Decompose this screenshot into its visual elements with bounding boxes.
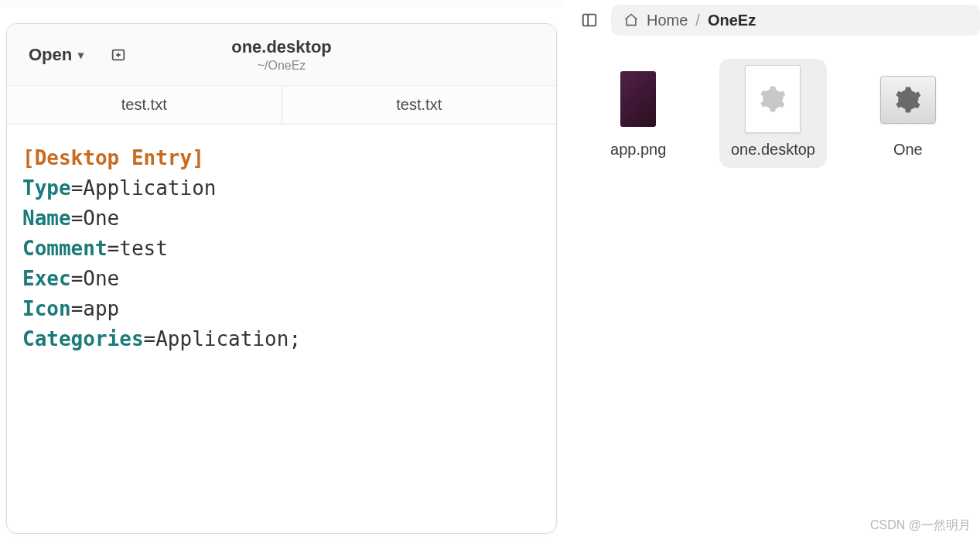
editor-tab[interactable]: test.txt [7, 86, 282, 124]
breadcrumb-separator: / [695, 12, 700, 29]
file-item-desktop[interactable]: one.desktop [719, 59, 826, 168]
ini-value: test [119, 237, 168, 260]
ini-value: One [83, 267, 119, 290]
editor-subtitle: ~/OneEz [258, 59, 306, 73]
breadcrumb[interactable]: Home / OneEz [611, 5, 980, 36]
file-item-image[interactable]: app.png [585, 59, 691, 168]
desktop-file-thumbnail [745, 65, 801, 133]
home-icon [623, 11, 639, 30]
ini-value: Application; [155, 327, 301, 350]
filemanager-toolbar: Home / OneEz [566, 0, 980, 40]
ini-key: Name [22, 207, 71, 230]
editor-tab-label: test.txt [396, 96, 442, 114]
editor-tab-label: test.txt [121, 96, 167, 114]
gear-icon [759, 85, 787, 113]
text-editor-window: Open ▾ one.desktop ~/OneEz test.txt test… [6, 23, 557, 534]
ini-key: Type [22, 176, 71, 200]
file-label: one.desktop [731, 141, 815, 159]
ini-section: [Desktop Entry] [22, 146, 204, 169]
launcher-thumbnail [880, 76, 936, 124]
new-tab-icon [110, 46, 127, 63]
ini-value: app [83, 297, 119, 320]
editor-tab[interactable]: test.txt [282, 86, 557, 124]
filemanager-view[interactable]: app.png one.desktop One [566, 40, 980, 540]
image-thumbnail [620, 71, 656, 127]
watermark: CSDN @一然明月 [870, 518, 971, 534]
editor-toolbar: Open ▾ one.desktop ~/OneEz [7, 24, 556, 86]
gear-icon [894, 86, 922, 114]
editor-title: one.desktop [231, 37, 332, 57]
file-label: app.png [610, 141, 666, 159]
file-label: One [893, 141, 923, 159]
ini-key: Exec [22, 267, 71, 290]
sidebar-toggle-button[interactable] [577, 8, 602, 32]
ini-value: Application [83, 176, 216, 200]
new-tab-button[interactable] [105, 42, 131, 68]
breadcrumb-current[interactable]: OneEz [708, 12, 756, 29]
breadcrumb-home[interactable]: Home [647, 12, 688, 29]
ini-key: Icon [22, 297, 71, 320]
open-button-label: Open [29, 45, 72, 65]
open-button[interactable]: Open ▾ [21, 39, 91, 71]
ini-key: Categories [22, 327, 144, 350]
sidebar-icon [581, 12, 598, 29]
file-item-launcher[interactable]: One [855, 59, 961, 168]
ini-value: One [83, 207, 119, 230]
editor-body[interactable]: [Desktop Entry] Type=Application Name=On… [7, 125, 556, 373]
editor-tab-bar: test.txt test.txt [7, 86, 556, 125]
svg-rect-3 [583, 15, 596, 26]
chevron-down-icon: ▾ [78, 49, 84, 61]
ini-key: Comment [22, 237, 108, 260]
